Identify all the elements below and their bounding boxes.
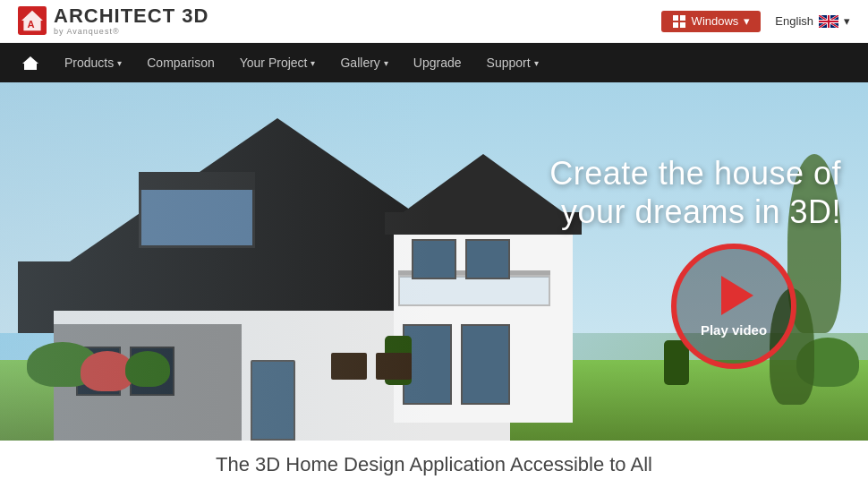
platform-label: Windows: [692, 14, 739, 28]
nav-gallery[interactable]: Gallery ▾: [328, 43, 400, 82]
flag-icon: [819, 15, 838, 28]
platform-selector[interactable]: Windows ▾: [661, 11, 762, 32]
logo-text: ARCHITECT 3D by Avanquest®: [54, 5, 208, 36]
tagline-bar: The 3D Home Design Application Accessibl…: [0, 441, 868, 488]
language-label: English: [775, 14, 813, 28]
products-chevron: ▾: [117, 58, 122, 68]
svg-rect-4: [680, 15, 685, 21]
hero-headline-line1: Create the house of: [549, 155, 841, 192]
platform-chevron: ▾: [744, 14, 750, 28]
play-video-label: Play video: [701, 322, 767, 338]
hero-text: Create the house of your dreams in 3D!: [549, 154, 841, 231]
svg-rect-3: [673, 15, 678, 21]
language-chevron: ▾: [844, 14, 850, 28]
nav-home[interactable]: [9, 43, 52, 82]
logo-main-text: ARCHITECT 3D: [54, 5, 208, 27]
windows-icon: [672, 14, 686, 29]
play-video-button[interactable]: Play video: [671, 244, 796, 369]
language-selector[interactable]: English ▾: [775, 14, 850, 28]
svg-marker-16: [22, 56, 38, 70]
support-chevron: ▾: [534, 58, 539, 68]
logo-sub-text: by Avanquest®: [54, 28, 208, 37]
play-icon: [721, 276, 753, 315]
tagline-text: The 3D Home Design Application Accessibl…: [216, 453, 652, 476]
svg-rect-5: [673, 22, 678, 28]
nav-products[interactable]: Products ▾: [52, 43, 134, 82]
top-bar: A ARCHITECT 3D by Avanquest® Windows ▾ E…: [0, 0, 868, 43]
logo: A ARCHITECT 3D by Avanquest®: [18, 5, 208, 36]
nav-comparison[interactable]: Comparison: [134, 43, 226, 82]
your-project-chevron: ▾: [311, 58, 315, 68]
nav-support[interactable]: Support ▾: [474, 43, 551, 82]
hero-headline-line2: your dreams in 3D!: [561, 193, 841, 230]
nav-upgrade[interactable]: Upgrade: [401, 43, 474, 82]
svg-rect-6: [680, 22, 685, 28]
svg-text:A: A: [27, 19, 34, 30]
nav-bar: Products ▾ Comparison Your Project ▾ Gal…: [0, 43, 868, 82]
hero-section: Create the house of your dreams in 3D! P…: [0, 82, 868, 441]
nav-your-project[interactable]: Your Project ▾: [227, 43, 328, 82]
gallery-chevron: ▾: [384, 58, 388, 68]
home-icon: [21, 55, 39, 71]
logo-icon: A: [18, 6, 47, 35]
top-right-controls: Windows ▾ English ▾: [661, 11, 850, 32]
svg-rect-15: [819, 21, 838, 22]
hero-headline: Create the house of your dreams in 3D!: [549, 154, 841, 231]
